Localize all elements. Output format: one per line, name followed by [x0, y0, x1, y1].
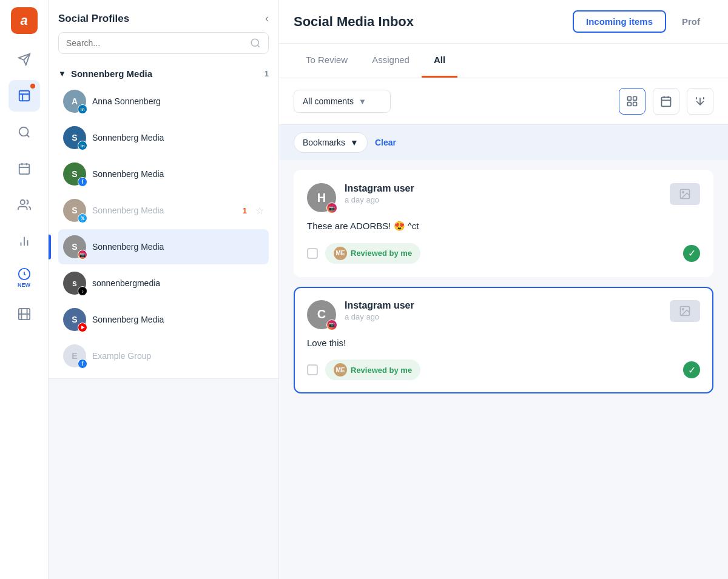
- sort-button[interactable]: [687, 88, 713, 115]
- subtab-review[interactable]: To Review: [294, 44, 360, 78]
- profile-name: sonnenbergmedia: [92, 278, 264, 288]
- card-header: C 📷 Instagram user a day ago: [307, 300, 700, 329]
- svg-rect-20: [628, 97, 632, 101]
- svg-point-9: [20, 200, 24, 204]
- profile-item[interactable]: S ▶ Sonnenberg Media: [58, 302, 269, 337]
- svg-point-32: [682, 192, 684, 193]
- avatar-wrap: A in: [63, 90, 86, 113]
- card-username: Instagram user: [345, 300, 661, 311]
- reviewed-badge: ME Reviewed by me: [325, 360, 420, 380]
- linkedin-badge: in: [78, 141, 87, 150]
- new-label: NEW: [18, 282, 30, 288]
- collapse-button[interactable]: ‹: [265, 12, 269, 25]
- profile-item[interactable]: S 𝕏 Sonnenberg Media 1 ☆: [58, 193, 269, 228]
- profile-item[interactable]: s ♪ sonnenbergmedia: [58, 266, 269, 301]
- card-time: a day ago: [345, 312, 661, 321]
- profile-name: Sonnenberg Media: [92, 315, 264, 324]
- profile-name: Sonnenberg Media: [92, 133, 264, 142]
- profile-list: A in Anna Sonnenberg S in Sonnenberg Med…: [58, 84, 269, 373]
- inbox-badge: [30, 84, 35, 89]
- card-user: Instagram user a day ago: [345, 183, 661, 204]
- top-bar: Social Media Inbox Incoming items Prof: [279, 0, 728, 44]
- svg-point-34: [682, 308, 684, 310]
- nav-item-analytics[interactable]: [8, 226, 40, 257]
- card-time: a day ago: [345, 195, 661, 204]
- svg-rect-23: [633, 102, 637, 106]
- app-logo[interactable]: a: [11, 7, 38, 34]
- feed: H 📷 Instagram user a day ago These are A…: [279, 160, 728, 403]
- dropdown-arrow-icon: ▼: [359, 97, 366, 106]
- profile-name: Example Group: [92, 351, 264, 361]
- filter-row: All comments ▼: [279, 78, 728, 125]
- subtab-all[interactable]: All: [422, 44, 457, 78]
- card-checkbox[interactable]: [307, 248, 318, 259]
- instagram-badge: 📷: [326, 320, 337, 330]
- svg-point-18: [251, 39, 258, 46]
- sidebar-header: Social Profiles ‹: [49, 0, 278, 32]
- sidebar-bottom: [49, 378, 278, 579]
- profile-name: Anna Sonnenberg: [92, 96, 264, 106]
- group-count: 1: [265, 69, 269, 78]
- star-icon: ☆: [255, 205, 264, 216]
- card-image-placeholder: [670, 300, 700, 322]
- view-filter-button[interactable]: [619, 88, 645, 115]
- twitter-badge: 𝕏: [78, 213, 87, 223]
- bookmark-dropdown[interactable]: Bookmarks ▼: [294, 132, 368, 153]
- check-circle[interactable]: ✓: [683, 361, 700, 378]
- tab-profile[interactable]: Prof: [669, 10, 713, 33]
- profile-notification: 1: [243, 206, 247, 215]
- nav-item-calendar[interactable]: [8, 153, 40, 184]
- check-circle[interactable]: ✓: [683, 245, 700, 262]
- card-username: Instagram user: [345, 183, 661, 194]
- svg-rect-5: [19, 164, 29, 175]
- nav-item-new[interactable]: NEW: [8, 262, 40, 293]
- card-header: H 📷 Instagram user a day ago: [307, 183, 700, 212]
- reviewer-avatar: ME: [334, 363, 347, 377]
- profile-item[interactable]: A in Anna Sonnenberg: [58, 84, 269, 119]
- profile-name: Sonnenberg Media: [92, 206, 237, 215]
- search-input[interactable]: [66, 38, 250, 48]
- profile-group: ▼ Sonnenberg Media 1 A in Anna Sonnenber…: [49, 64, 278, 378]
- nav-bar: a NEW: [0, 0, 49, 579]
- facebook-badge: f: [78, 359, 87, 369]
- clear-button[interactable]: Clear: [375, 138, 396, 147]
- youtube-badge: ▶: [78, 323, 87, 332]
- card-text: Love this!: [307, 336, 700, 350]
- calendar-view-icon: [660, 95, 672, 107]
- nav-item-people[interactable]: [8, 189, 40, 221]
- nav-item-inbox[interactable]: [8, 80, 40, 112]
- reviewed-badge: ME Reviewed by me: [325, 243, 420, 264]
- card-user: Instagram user a day ago: [345, 300, 661, 321]
- nav-item-send[interactable]: [8, 44, 40, 75]
- avatar-wrap: s ♪: [63, 272, 86, 295]
- view-calendar-button[interactable]: [653, 88, 679, 115]
- avatar-wrap: E f: [63, 344, 86, 367]
- profile-item[interactable]: S in Sonnenberg Media: [58, 120, 269, 155]
- search-box[interactable]: [58, 32, 269, 54]
- nav-item-media[interactable]: [8, 298, 40, 330]
- svg-line-4: [27, 135, 29, 137]
- filter-label: All comments: [303, 96, 354, 106]
- profile-item-active[interactable]: S 📷 Sonnenberg Media: [58, 229, 269, 264]
- subtab-assigned[interactable]: Assigned: [360, 44, 422, 78]
- card-avatar: H 📷: [307, 183, 336, 212]
- card-image-placeholder: [670, 183, 700, 205]
- profile-item[interactable]: E f Example Group: [58, 338, 269, 373]
- facebook-badge: f: [78, 177, 87, 187]
- profile-item[interactable]: S f Sonnenberg Media: [58, 156, 269, 192]
- svg-rect-21: [633, 97, 637, 101]
- avatar-wrap: S f: [63, 162, 86, 186]
- svg-rect-24: [662, 97, 671, 106]
- tab-incoming[interactable]: Incoming items: [573, 10, 666, 33]
- profile-name: Sonnenberg Media: [92, 242, 264, 252]
- nav-item-search[interactable]: [8, 116, 40, 148]
- card-checkbox[interactable]: [307, 364, 318, 375]
- reviewed-label: Reviewed by me: [351, 249, 412, 258]
- group-header[interactable]: ▼ Sonnenberg Media 1: [58, 64, 269, 84]
- sidebar-title: Social Profiles: [58, 13, 129, 25]
- reviewer-avatar: ME: [334, 247, 347, 260]
- filter-dropdown[interactable]: All comments ▼: [294, 90, 391, 113]
- group-name: Sonnenberg Media: [71, 69, 260, 79]
- card-footer: ME Reviewed by me ✓: [307, 360, 700, 380]
- avatar-wrap: S in: [63, 126, 86, 149]
